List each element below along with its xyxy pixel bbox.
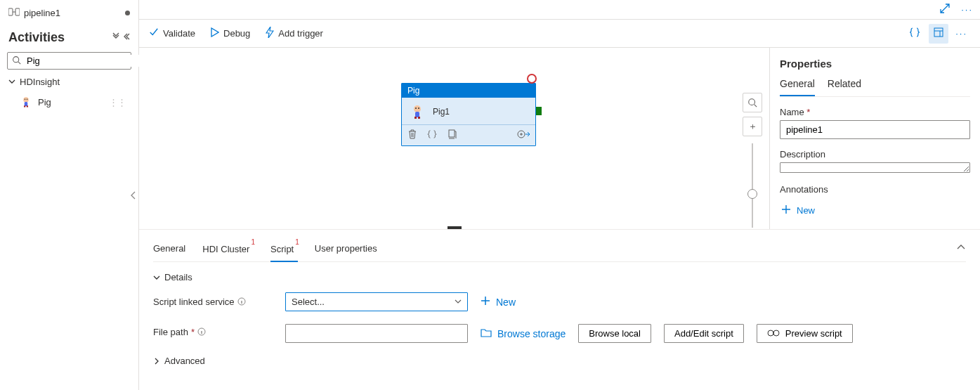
lightning-icon (266, 27, 274, 40)
svg-point-21 (768, 330, 773, 336)
preview-icon (767, 328, 780, 339)
category-hdinsight[interactable]: HDInsight (6, 72, 133, 91)
svg-point-11 (415, 108, 417, 109)
info-icon[interactable] (197, 327, 206, 337)
debug-button[interactable]: Debug (211, 27, 250, 39)
success-output-port[interactable] (536, 107, 542, 115)
code-view-button[interactable] (905, 24, 925, 44)
more-icon[interactable]: ··· (961, 4, 973, 15)
activities-collapse-down-icon[interactable] (112, 32, 120, 43)
pig-icon (20, 96, 32, 108)
pig-icon (409, 103, 426, 120)
file-path-label: File path (153, 327, 188, 337)
svg-point-18 (749, 99, 755, 105)
svg-rect-1 (15, 8, 20, 15)
open-tab-label: pipeline1 (24, 8, 118, 18)
search-icon (12, 56, 21, 67)
script-linked-service-select[interactable]: Select... (285, 292, 468, 311)
preview-script-button[interactable]: Preview script (757, 324, 853, 343)
chevron-down-icon (8, 78, 15, 86)
node-add-output-button[interactable] (517, 129, 530, 141)
zoom-in-button[interactable]: ＋ (743, 117, 762, 136)
sidebar-collapse-caret[interactable] (129, 181, 138, 209)
node-code-button[interactable] (427, 129, 437, 141)
add-edit-script-button[interactable]: Add/Edit script (664, 324, 744, 343)
svg-rect-13 (415, 112, 419, 117)
activity-item-pig[interactable]: Pig ⋮⋮ (6, 91, 133, 112)
config-tab-user-props[interactable]: User properties (315, 236, 377, 261)
script-linked-label: Script linked service (153, 297, 235, 307)
properties-title: Properties (780, 58, 970, 70)
svg-point-3 (23, 97, 29, 103)
annotations-label: Annotations (780, 184, 970, 195)
svg-point-10 (414, 105, 421, 112)
config-tab-general[interactable]: General (153, 236, 185, 261)
description-input[interactable] (780, 162, 970, 173)
new-linked-service-button[interactable]: New (481, 296, 516, 308)
play-icon (211, 27, 219, 39)
browse-storage-button[interactable]: Browse storage (481, 327, 566, 339)
error-badge: 1 (295, 238, 299, 246)
zoom-slider-thumb[interactable] (747, 189, 757, 199)
activities-search-field[interactable] (25, 55, 146, 67)
svg-rect-6 (25, 102, 28, 106)
validation-error-icon (527, 74, 537, 84)
required-asterisk: * (806, 107, 810, 117)
activity-item-label: Pig (38, 97, 51, 108)
error-badge: 1 (251, 238, 255, 246)
config-tab-hdi[interactable]: HDI Cluster1 (202, 235, 254, 261)
open-tab-pipeline[interactable]: pipeline1 (6, 4, 133, 26)
name-input[interactable] (780, 120, 970, 139)
node-copy-button[interactable] (447, 129, 457, 141)
toolbar-more-icon[interactable]: ··· (953, 28, 970, 39)
svg-point-5 (27, 99, 28, 100)
description-label: Description (780, 149, 970, 160)
config-tab-script[interactable]: Script1 (270, 235, 298, 261)
required-asterisk: * (191, 327, 195, 337)
browse-local-button[interactable]: Browse local (578, 324, 651, 343)
svg-rect-9 (934, 28, 943, 37)
props-tab-related[interactable]: Related (828, 78, 861, 96)
svg-point-4 (25, 99, 26, 100)
details-section-toggle[interactable]: Details (153, 272, 966, 282)
properties-toggle-button[interactable] (929, 24, 948, 44)
properties-icon (934, 27, 943, 39)
chevron-down-icon (455, 298, 462, 306)
svg-point-12 (418, 108, 419, 109)
info-icon[interactable] (237, 297, 246, 307)
canvas-search-button[interactable] (743, 93, 762, 112)
svg-point-22 (773, 330, 779, 336)
plus-icon (481, 296, 490, 308)
svg-rect-7 (24, 105, 25, 107)
activities-collapse-left-icon[interactable] (122, 32, 130, 43)
node-type-label: Pig (402, 84, 535, 98)
expand-icon[interactable] (940, 4, 950, 15)
activities-search-input[interactable] (7, 52, 131, 70)
pipeline-icon (8, 7, 20, 19)
category-label: HDInsight (20, 77, 60, 87)
drag-grip-icon: ⋮⋮ (109, 97, 126, 108)
activity-node-pig[interactable]: Pig Pig1 (401, 83, 536, 146)
svg-rect-0 (8, 8, 13, 15)
panel-resize-handle[interactable] (447, 226, 462, 229)
advanced-section-toggle[interactable]: Advanced (153, 356, 966, 366)
unsaved-dot-icon (125, 11, 130, 15)
activities-title: Activities (8, 30, 65, 45)
check-icon (149, 27, 159, 39)
file-path-input[interactable] (285, 324, 468, 343)
zoom-slider[interactable] (752, 143, 753, 228)
config-collapse-button[interactable] (956, 242, 966, 254)
svg-rect-15 (418, 117, 420, 119)
svg-rect-14 (414, 117, 417, 119)
svg-point-2 (13, 56, 19, 62)
braces-icon (909, 27, 920, 39)
validate-button[interactable]: Validate (149, 27, 195, 39)
new-annotation-button[interactable]: New (780, 202, 970, 219)
props-tab-general[interactable]: General (780, 78, 815, 96)
folder-icon (481, 327, 492, 339)
svg-rect-16 (449, 130, 455, 137)
delete-node-button[interactable] (407, 129, 417, 141)
add-trigger-button[interactable]: Add trigger (266, 27, 323, 40)
svg-rect-8 (27, 105, 28, 107)
pipeline-canvas[interactable]: Pig Pig1 (139, 48, 769, 229)
